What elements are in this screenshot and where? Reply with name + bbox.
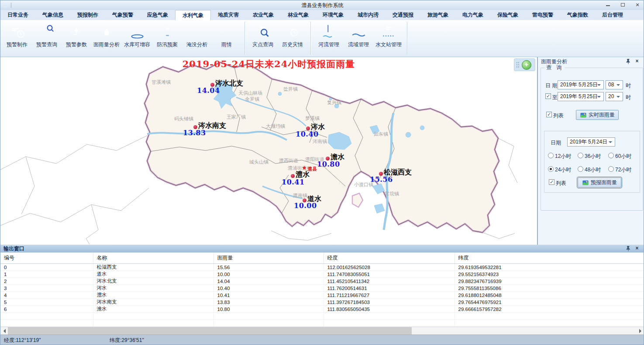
- col-header-name[interactable]: 名称: [93, 253, 214, 264]
- to-date-checkbox[interactable]: [545, 93, 551, 99]
- flood-plan-button[interactable]: 防汛预案: [152, 20, 182, 48]
- col-header-longitude[interactable]: 经度: [324, 253, 455, 264]
- realtime-list-checkbox[interactable]: [546, 112, 552, 117]
- radio-60h[interactable]: [608, 153, 614, 158]
- col-header-id[interactable]: 编号: [0, 253, 93, 264]
- station-dot-icon[interactable]: [291, 174, 295, 178]
- menu-tab-forecast-make[interactable]: 预报制作: [70, 10, 105, 20]
- menu-tab-environment[interactable]: 环境气象: [316, 10, 351, 20]
- town-label: 王家厂镇: [227, 114, 246, 120]
- menu-tab-geology[interactable]: 地质灾害: [211, 10, 246, 20]
- drag-grip-icon[interactable]: [516, 61, 520, 68]
- horizontal-scrollbar[interactable]: [0, 327, 644, 335]
- radio-36h[interactable]: [578, 153, 583, 158]
- history-disaster-button[interactable]: 历史灾情: [278, 20, 307, 48]
- start-hour-select[interactable]: 08: [606, 80, 623, 89]
- maximize-icon[interactable]: [619, 2, 626, 8]
- menu-tab-index[interactable]: 气象指数: [560, 10, 595, 20]
- radio-12h[interactable]: [548, 153, 554, 158]
- river-management-button[interactable]: 河流管理: [314, 20, 344, 48]
- waves-icon: [351, 24, 366, 39]
- status-longitude: 经度:112°13'19": [4, 335, 41, 345]
- rain-info-button[interactable]: 雨情: [212, 20, 241, 48]
- scroll-right-icon[interactable]: [637, 327, 644, 335]
- scroll-left-icon[interactable]: [0, 327, 8, 335]
- town-label: 澧西街道: [279, 157, 298, 164]
- menu-tab-hydrology[interactable]: 水利气象: [175, 10, 211, 20]
- warning-make-button[interactable]: 预警制作: [2, 20, 32, 48]
- end-hour-select[interactable]: 20: [606, 92, 623, 101]
- town-label: 盐井镇: [283, 86, 298, 92]
- empty-cell: [0, 313, 93, 320]
- area-rainfall-analysis-button[interactable]: 面雨量分析: [91, 20, 122, 48]
- county-map[interactable]: [0, 57, 537, 245]
- menu-tab-admin[interactable]: 后台管理: [595, 10, 630, 20]
- close-icon[interactable]: [634, 58, 640, 64]
- warning-params-button[interactable]: 预警参数: [62, 20, 91, 48]
- start-date-select[interactable]: 2019年 5月25日: [558, 80, 604, 89]
- output-window: 输出窗口 编号 名称 面雨量 经度 纬度 0松滋西支15.56112.00162…: [0, 245, 644, 327]
- menu-tab-forestry[interactable]: 林业气象: [281, 10, 316, 20]
- table-row[interactable]: 0松滋西支15.56112.00162562502829.61935495322…: [0, 264, 644, 271]
- map-button-icon: [580, 112, 587, 118]
- realtime-rainfall-button[interactable]: 实时面雨量: [576, 110, 619, 120]
- menu-tab-power[interactable]: 电力气象: [455, 10, 490, 20]
- table-row-empty: [0, 320, 644, 327]
- minimize-icon[interactable]: [604, 2, 611, 8]
- menu-tab-insurance[interactable]: 保险气象: [490, 10, 525, 20]
- station-value: 10.41: [282, 178, 305, 186]
- pin-icon[interactable]: [625, 58, 631, 65]
- radio-72h[interactable]: [608, 166, 614, 172]
- house-raindrop-icon: [99, 24, 114, 39]
- menu-tab-agriculture[interactable]: 农业气象: [246, 10, 281, 20]
- table-row[interactable]: 3涔水10.40111.7620051463129.7555811355086: [0, 285, 644, 292]
- submerge-analysis-button[interactable]: 淹没分析: [182, 20, 212, 48]
- radio-48h[interactable]: [578, 166, 583, 172]
- hydro-station-management-button[interactable]: 水文站管理: [373, 20, 404, 48]
- map-view[interactable]: 2019-05-24日未来24小时预报面雨量 甘溪滩镇 盐井镇 天供山林场 金罗…: [0, 57, 537, 245]
- menu-tab-warning[interactable]: 气象预警: [105, 10, 140, 20]
- basin-management-button[interactable]: 流域管理: [344, 20, 373, 48]
- town-label: 城头山镇: [249, 159, 269, 165]
- table-row[interactable]: 4澧水10.41111.71121966762729.6188012485048: [0, 292, 644, 299]
- menu-tab-urban-flood[interactable]: 城市内涝: [351, 10, 386, 20]
- town-label: 复兴镇: [327, 99, 341, 106]
- area-rainfall-panel: 面雨量分析 查 询 日 期 2019年 5月25日 08 时 至 2019年 5…: [537, 57, 644, 245]
- town-label: 澧南镇: [293, 192, 307, 199]
- table-row[interactable]: 6澹水10.80111.83056505043529.6666157957282: [0, 306, 644, 313]
- station-value: 10.40: [296, 130, 319, 138]
- menu-tab-daily[interactable]: 日常业务: [0, 10, 35, 20]
- map-zoom-in-button[interactable]: [522, 60, 531, 70]
- close-icon[interactable]: [634, 2, 641, 8]
- disaster-point-query-button[interactable]: 灾点查询: [248, 20, 278, 48]
- station-value: 15.56: [370, 175, 393, 184]
- menu-bar: 日常业务 气象信息 预报制作 气象预警 应急气象 水利气象 地质灾害 农业气象 …: [0, 10, 644, 20]
- forecast-rainfall-button[interactable]: 预报面雨量: [578, 178, 621, 188]
- warning-query-button[interactable]: 预警查询: [32, 20, 62, 48]
- toolbar-separator: [407, 22, 407, 55]
- radio-24h[interactable]: [548, 166, 554, 172]
- empty-cell: [455, 313, 644, 320]
- town-label: 金罗镇: [245, 96, 259, 102]
- menu-tab-traffic[interactable]: 交通预报: [386, 10, 420, 20]
- menu-tab-weather-info[interactable]: 气象信息: [35, 10, 70, 20]
- col-header-rainfall[interactable]: 面雨量: [214, 253, 324, 264]
- reservoir-capacity-button[interactable]: 水库可增容: [122, 20, 152, 48]
- table-row[interactable]: 2涔水北支14.04111.45210541134229.88234767169…: [0, 278, 644, 285]
- date-label: 日 期: [545, 82, 557, 89]
- empty-cell: [93, 320, 214, 327]
- groupbox-title: 查 询: [544, 64, 565, 72]
- pin-icon[interactable]: [625, 246, 631, 252]
- col-header-latitude[interactable]: 纬度: [455, 253, 644, 264]
- menu-tab-lightning[interactable]: 雷电预警: [525, 10, 560, 20]
- menu-tab-tourism[interactable]: 旅游气象: [420, 10, 455, 20]
- scrollbar-thumb[interactable]: [8, 327, 412, 335]
- table-row[interactable]: 5涔水南支13.83111.39726718450329.76544769759…: [0, 299, 644, 306]
- menu-tab-emergency[interactable]: 应急气象: [140, 10, 175, 20]
- table-row[interactable]: 1道水10.00111.74708305505129.552156374923: [0, 271, 644, 278]
- end-date-select[interactable]: 2019年 5月25日: [558, 92, 604, 101]
- output-table: 编号 名称 面雨量 经度 纬度 0松滋西支15.56112.0016256250…: [0, 253, 644, 327]
- forecast-date-select[interactable]: 2019年 5月24日: [567, 137, 615, 147]
- close-icon[interactable]: [634, 245, 640, 251]
- forecast-list-checkbox[interactable]: [549, 179, 554, 185]
